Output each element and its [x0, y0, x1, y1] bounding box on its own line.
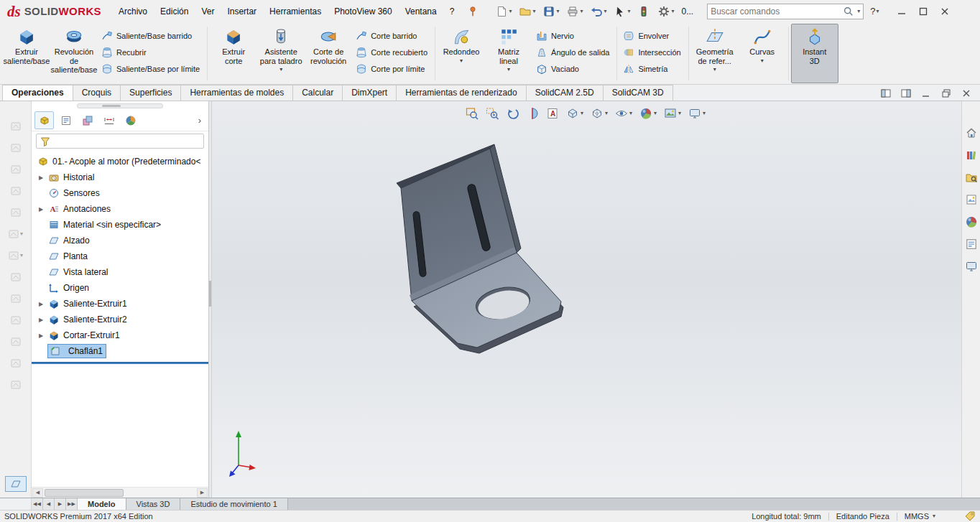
- graphics-viewport[interactable]: ▾ ▾ ▾ ▾ ▾ ▾: [212, 101, 961, 498]
- minimize-button[interactable]: [891, 3, 912, 20]
- fm-tab-dimxpert[interactable]: [99, 111, 119, 129]
- view-orientation-button[interactable]: ▾: [564, 105, 586, 122]
- taskpane-design-library-button[interactable]: [963, 146, 980, 164]
- display-pane-button[interactable]: [879, 88, 892, 99]
- expand-arrow[interactable]: ▶: [39, 332, 48, 339]
- tree-item-origen[interactable]: Origen: [32, 280, 208, 296]
- tree-filter-input[interactable]: [54, 137, 200, 146]
- menu-insertar[interactable]: Insertar: [221, 3, 263, 20]
- pin-menu-button[interactable]: [466, 4, 480, 19]
- tree-item-vista-lateral[interactable]: Vista lateral: [32, 264, 208, 280]
- draft-button[interactable]: Ángulo de salida: [532, 44, 614, 60]
- scroll-right-button[interactable]: ▶: [197, 488, 208, 498]
- boundary-boss-button[interactable]: Saliente/Base por límite: [98, 60, 205, 77]
- tree-item-chaflan1[interactable]: Chaflán1: [32, 343, 208, 359]
- fm-tab-features[interactable]: [34, 111, 54, 129]
- model-canvas[interactable]: [212, 101, 961, 498]
- search-input[interactable]: [711, 6, 841, 17]
- taskpane-view-palette-button[interactable]: [963, 191, 980, 208]
- open-button[interactable]: ▾: [516, 3, 538, 20]
- extrude-cut-button[interactable]: Extruir corte: [210, 24, 257, 83]
- previous-view-button[interactable]: [504, 105, 521, 122]
- rebuild-button[interactable]: [634, 3, 653, 20]
- view-settings-button[interactable]: ▾: [686, 105, 708, 122]
- doc-minimize-button[interactable]: [920, 88, 933, 99]
- lofted-cut-button[interactable]: Corte recubierto: [352, 44, 433, 60]
- tab-scroll-last-button[interactable]: ▶▶: [66, 498, 78, 510]
- left-tool-icon-6[interactable]: ▾: [5, 226, 27, 242]
- fm-tab-display[interactable]: [121, 111, 140, 129]
- taskpane-file-explorer-button[interactable]: [963, 169, 980, 186]
- tab-herramientas-de-renderizado[interactable]: Herramientas de renderizado: [396, 85, 526, 101]
- dropdown-arrow[interactable]: ▾: [279, 67, 282, 72]
- dropdown-arrow[interactable]: ▾: [713, 67, 716, 72]
- splitter-grip[interactable]: [209, 281, 211, 307]
- panel-resize-handle[interactable]: [32, 101, 208, 111]
- dropdown-arrow[interactable]: ▾: [507, 67, 510, 72]
- maximize-button[interactable]: [912, 3, 934, 20]
- shell-button[interactable]: Vaciado: [532, 60, 614, 77]
- task-pane-toggle-button[interactable]: [900, 88, 912, 99]
- tab-croquis[interactable]: Croquis: [73, 85, 121, 101]
- revolve-boss-button[interactable]: Revolución de saliente/base: [50, 24, 98, 83]
- rib-button[interactable]: Nervio: [532, 27, 614, 44]
- print-button[interactable]: ▾: [563, 3, 586, 20]
- tab-superficies[interactable]: Superficies: [120, 85, 181, 101]
- intersect-button[interactable]: Intersección: [619, 44, 685, 60]
- expand-arrow[interactable]: ▶: [39, 206, 48, 213]
- fm-tab-configurations[interactable]: [78, 111, 97, 129]
- search-dropdown-arrow[interactable]: ▾: [856, 9, 860, 14]
- display-style-button[interactable]: ▾: [588, 105, 610, 122]
- tab-operaciones[interactable]: Operaciones: [2, 85, 73, 101]
- new-document-button[interactable]: ▾: [492, 3, 514, 20]
- scroll-track[interactable]: [43, 488, 197, 498]
- help-button[interactable]: ?▾: [864, 4, 884, 19]
- tab-scroll-first-button[interactable]: ◀◀: [32, 498, 43, 510]
- instant3d-button[interactable]: Instant 3D: [791, 24, 838, 83]
- toolbar-overflow-button[interactable]: 0...: [679, 3, 697, 20]
- options-button[interactable]: ▾: [655, 3, 677, 20]
- model-tab-estudio-de-movimiento-1[interactable]: Estudio de movimiento 1: [180, 498, 287, 510]
- scroll-thumb[interactable]: [45, 489, 124, 497]
- linear-pattern-button[interactable]: Matriz lineal▾: [485, 24, 532, 83]
- taskpane-appearances-button[interactable]: [963, 213, 980, 230]
- taskpane-forum-button[interactable]: [963, 258, 980, 275]
- left-tool-icon-11[interactable]: [5, 334, 27, 350]
- units-dropdown-arrow[interactable]: ▾: [932, 513, 935, 519]
- taskpane-custom-properties-button[interactable]: [963, 236, 980, 253]
- tree-item-historial[interactable]: ▶Historial: [32, 169, 208, 185]
- tab-calcular[interactable]: Calcular: [292, 85, 343, 101]
- doc-close-button[interactable]: [960, 88, 973, 99]
- tree-item-alzado[interactable]: Alzado: [32, 233, 208, 248]
- tree-item-anotaciones[interactable]: ▶Anotaciones: [32, 201, 208, 217]
- zoom-to-area-button[interactable]: [484, 105, 501, 122]
- status-units[interactable]: MMGS: [905, 512, 929, 521]
- menu-edicion[interactable]: Edición: [154, 3, 195, 20]
- edit-appearance-button[interactable]: ▾: [637, 105, 659, 122]
- left-tool-icon-9[interactable]: [5, 291, 27, 307]
- loft-button[interactable]: Recubrir: [98, 44, 205, 60]
- reference-geometry-button[interactable]: Geometría de refer...▾: [691, 24, 739, 83]
- section-view-button[interactable]: [524, 105, 541, 122]
- fillet-button[interactable]: Redondeo▾: [438, 24, 485, 83]
- left-tool-icon-12[interactable]: [5, 355, 27, 371]
- undo-button[interactable]: ▾: [587, 3, 609, 20]
- swept-cut-button[interactable]: Corte barrido: [352, 27, 433, 44]
- left-tool-icon-10[interactable]: [5, 312, 27, 328]
- expand-arrow[interactable]: ▶: [39, 317, 48, 323]
- save-button[interactable]: ▾: [540, 3, 562, 20]
- left-tool-icon-1[interactable]: [5, 118, 27, 134]
- menu-ver[interactable]: Ver: [195, 3, 221, 20]
- selected-item[interactable]: Chaflán1: [48, 345, 106, 358]
- dropdown-arrow[interactable]: ▾: [761, 58, 764, 63]
- extrude-boss-button[interactable]: Extruir saliente/base: [3, 24, 50, 83]
- select-button[interactable]: ▾: [611, 3, 633, 20]
- tree-item-saliente-extruir1[interactable]: ▶Saliente-Extruir1: [32, 296, 208, 312]
- zoom-to-fit-button[interactable]: [463, 105, 481, 122]
- tab-scroll-next-button[interactable]: ▶: [55, 498, 66, 510]
- menu-herramientas[interactable]: Herramientas: [263, 3, 328, 20]
- menu-photoview-360[interactable]: PhotoView 360: [328, 3, 399, 20]
- tab-herramientas-de-moldes[interactable]: Herramientas de moldes: [180, 85, 293, 101]
- tree-item-root[interactable]: 01.- Acople al motor (Predeterminado<: [32, 154, 208, 169]
- expand-arrow[interactable]: ▶: [39, 301, 48, 307]
